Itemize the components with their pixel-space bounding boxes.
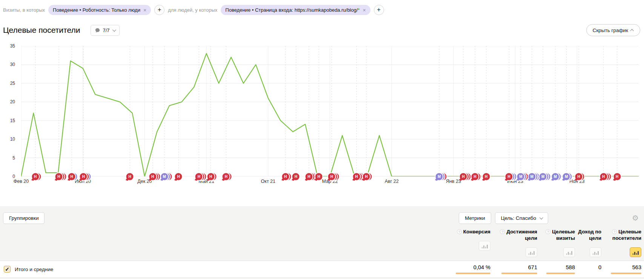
chart-note-marker[interactable]: Н [55, 173, 62, 180]
gear-icon[interactable]: ⚙ [632, 214, 639, 222]
segmentation-bar: Визиты, в которых Поведение • Роботность… [0, 0, 644, 15]
chart-note-marker[interactable]: М [539, 173, 547, 180]
chart-note-marker[interactable]: Н [483, 173, 490, 180]
note-bubble-icon: М [552, 173, 559, 180]
note-bubble-icon: Н [353, 173, 360, 180]
note-bubble-icon: М [539, 173, 547, 180]
chart-note-marker[interactable]: Н [223, 173, 230, 180]
chart-note-marker[interactable]: М [436, 173, 443, 180]
totals-value: 588 [538, 264, 575, 270]
totals-value: 0,04 % [446, 264, 490, 270]
chart-note-marker[interactable]: Н [353, 173, 360, 180]
hide-chart-button[interactable]: Скрыть график [586, 24, 640, 36]
column-bar-chart-toggle[interactable] [590, 247, 601, 257]
note-bubble-icon: Н [68, 173, 75, 180]
add-people-condition-button[interactable]: + [374, 5, 384, 15]
visits-in-which-label: Визиты, в которых [3, 7, 45, 13]
chart-note-marker[interactable]: М [552, 173, 559, 180]
y-axis-label: 25 [10, 81, 15, 86]
filter-chip-robotness-label: Поведение • Роботность: Только люди [53, 7, 140, 13]
y-axis: 05101520253035 [0, 46, 18, 176]
note-bubble-icon: Н [613, 173, 621, 180]
note-bubble-icon: М [161, 173, 168, 180]
remove-filter-icon[interactable]: × [363, 8, 366, 13]
note-bubble-icon: Н [80, 173, 87, 180]
note-bubble-icon: Н [32, 173, 39, 180]
chart-note-marker[interactable]: Н [328, 173, 335, 180]
chart-note-marker[interactable]: Н [126, 173, 134, 180]
note-bubble-icon: Н [328, 173, 335, 180]
x-axis-label: Янв 23 [446, 179, 461, 184]
totals-value: 0 [576, 264, 601, 270]
help-icon[interactable]: ? [546, 229, 550, 234]
goal-select-button[interactable]: Цель: Спасибо [495, 212, 549, 224]
column-bar-chart-toggle[interactable] [479, 241, 490, 251]
note-bubble-icon: Н [600, 173, 607, 180]
chart-plot-area[interactable]: Фев 20Июл 20Дек 20Май 21Окт 21Мар 22Авг … [21, 46, 639, 176]
chart-note-marker[interactable]: Н [207, 173, 214, 180]
chart-note-marker[interactable]: Н [32, 173, 39, 180]
chevron-down-icon [112, 28, 116, 32]
chart-note-marker[interactable]: Н [175, 173, 182, 180]
note-bubble-icon: Н [483, 173, 490, 180]
chart-note-marker[interactable]: Н [68, 173, 75, 180]
y-axis-label: 5 [12, 155, 15, 161]
x-axis-label: Окт 21 [261, 179, 275, 184]
notes-count: 7/7 [103, 28, 109, 33]
chart-note-marker[interactable]: Н [472, 173, 479, 180]
totals-row: ✓ Итого и средние 0,04 %6715880563 [0, 261, 644, 278]
column-bar-chart-toggle[interactable] [563, 247, 575, 257]
table-toolbar: Группировки Метрики Цель: Спасибо ⚙ [0, 207, 644, 224]
column-header-3: ?Целевые визиты [538, 229, 575, 257]
column-header-4: Доход по цели [576, 229, 601, 257]
chart-note-marker[interactable]: Н [80, 173, 87, 180]
chart-note-marker[interactable]: Н [282, 173, 289, 180]
page-title: Целевые посетители [3, 26, 80, 35]
chart-note-marker[interactable]: Н [315, 173, 323, 180]
notes-dropdown-button[interactable]: 7/7 [91, 25, 119, 36]
chart-note-marker[interactable]: Н [600, 173, 607, 180]
groupings-button[interactable]: Группировки [3, 212, 45, 224]
help-icon[interactable]: ? [457, 229, 462, 234]
note-bubble-icon: Н [506, 173, 513, 180]
note-bubble-icon: М [436, 173, 443, 180]
totals-checkbox[interactable]: ✓ [4, 266, 11, 273]
for-people-label: для людей, у которых [168, 7, 217, 13]
chart-note-marker[interactable]: Н [149, 173, 156, 180]
report-table-section: Группировки Метрики Цель: Спасибо ⚙ ?Кон… [0, 207, 644, 279]
column-bar-chart-toggle[interactable] [630, 247, 641, 257]
note-bubble-icon [95, 28, 100, 33]
chart-note-marker[interactable]: Н [363, 173, 370, 180]
line-chart-svg [21, 46, 639, 176]
totals-cell-5: 563 [602, 264, 641, 274]
chart-note-marker[interactable]: Н [613, 173, 621, 180]
help-icon[interactable]: ? [500, 229, 505, 234]
note-bubble-icon: Н [460, 173, 467, 180]
remove-filter-icon[interactable]: × [143, 8, 146, 13]
target-visitors-chart: 05101520253035 Фев 20Июл 20Дек 20Май 21О… [0, 42, 644, 189]
x-axis-label: Фев 20 [14, 179, 29, 184]
help-icon[interactable]: ? [612, 229, 617, 234]
note-bubble-icon: Н [149, 173, 156, 180]
chart-note-marker[interactable]: М [528, 173, 535, 180]
note-bubble-icon: Н [282, 173, 289, 180]
chart-note-marker[interactable]: Н [195, 173, 203, 180]
chart-note-marker[interactable]: Н [575, 173, 583, 180]
chart-note-marker[interactable]: Н [292, 173, 300, 180]
y-axis-label: 15 [10, 118, 15, 123]
chart-note-marker[interactable]: М [517, 173, 524, 180]
chart-note-marker[interactable]: Н [305, 173, 312, 180]
filter-chip-entry-page[interactable]: Поведение • Страница входа: https://sumk… [221, 5, 370, 15]
value-bar [501, 273, 537, 274]
chart-note-marker[interactable]: Н [506, 173, 513, 180]
y-axis-label: 35 [10, 43, 15, 49]
totals-cell-1: 0,04 % [446, 264, 490, 274]
filter-chip-robotness[interactable]: Поведение • Роботность: Только люди × [48, 5, 151, 15]
metrics-button[interactable]: Метрики [459, 212, 491, 224]
column-bar-chart-toggle[interactable] [526, 247, 537, 257]
chart-note-marker[interactable]: М [563, 173, 570, 180]
chart-note-marker[interactable]: М [161, 173, 168, 180]
chart-note-marker[interactable]: Н [460, 173, 467, 180]
add-visit-condition-button[interactable]: + [154, 5, 164, 15]
totals-values: 0,04 %6715880563 [445, 264, 641, 274]
